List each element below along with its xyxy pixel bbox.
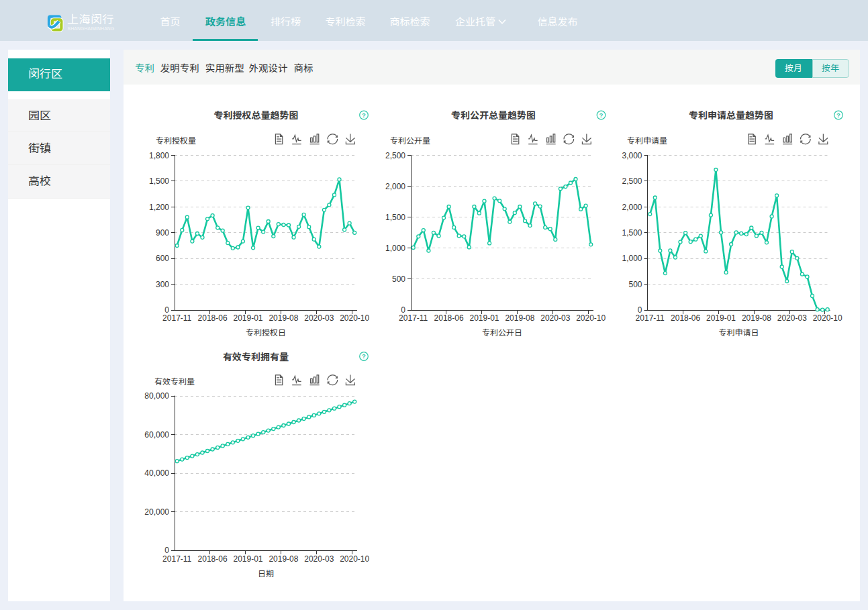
svg-text:600: 600 — [156, 254, 169, 263]
svg-text:500: 500 — [628, 280, 642, 289]
svg-text:2017-11: 2017-11 — [162, 313, 191, 323]
svg-text:2020-10: 2020-10 — [340, 554, 369, 564]
svg-text:500: 500 — [392, 274, 405, 284]
svg-text:2,000: 2,000 — [622, 203, 642, 212]
svg-text:2,500: 2,500 — [622, 176, 642, 186]
svg-text:2019-01: 2019-01 — [233, 554, 262, 564]
svg-text:2019-01: 2019-01 — [706, 313, 736, 323]
svg-text:2018-06: 2018-06 — [198, 313, 228, 323]
svg-text:专利申请总量趋势图: 专利申请总量趋势图 — [689, 110, 773, 121]
svg-text:2020-03: 2020-03 — [540, 313, 570, 323]
svg-text:2017-11: 2017-11 — [399, 313, 428, 323]
svg-text:专利授权总量趋势图: 专利授权总量趋势图 — [214, 110, 299, 121]
svg-text:2018-06: 2018-06 — [671, 313, 700, 323]
svg-text:有效专利量: 有效专利量 — [154, 377, 195, 387]
svg-text:1,000: 1,000 — [622, 254, 642, 263]
svg-text:2019-01: 2019-01 — [469, 313, 499, 323]
svg-text:专利公开日: 专利公开日 — [482, 328, 522, 338]
svg-text:日期: 日期 — [258, 569, 274, 578]
svg-text:2020-03: 2020-03 — [304, 554, 334, 564]
svg-text:2,500: 2,500 — [385, 151, 405, 160]
svg-text:专利授权日: 专利授权日 — [246, 328, 286, 338]
svg-text:2020-10: 2020-10 — [340, 313, 369, 323]
svg-text:2017-11: 2017-11 — [162, 554, 191, 564]
svg-text:专利公开总量趋势图: 专利公开总量趋势图 — [451, 110, 536, 121]
svg-text:40,000: 40,000 — [144, 468, 169, 478]
svg-text:2019-01: 2019-01 — [233, 313, 262, 323]
svg-text:?: ? — [362, 111, 366, 119]
svg-text:2017-11: 2017-11 — [636, 313, 665, 323]
svg-text:2020-03: 2020-03 — [304, 313, 334, 323]
svg-text:?: ? — [599, 111, 604, 119]
svg-text:2020-10: 2020-10 — [576, 313, 606, 323]
svg-text:专利公开量: 专利公开量 — [390, 136, 430, 146]
svg-text:2019-08: 2019-08 — [269, 554, 298, 564]
svg-text:2019-08: 2019-08 — [742, 313, 771, 323]
svg-text:1,500: 1,500 — [149, 176, 169, 186]
svg-text:2018-06: 2018-06 — [198, 554, 228, 564]
svg-text:900: 900 — [156, 228, 169, 238]
svg-text:2019-08: 2019-08 — [505, 313, 534, 323]
svg-text:80,000: 80,000 — [144, 391, 169, 401]
svg-text:1,500: 1,500 — [622, 228, 642, 238]
svg-text:1,500: 1,500 — [385, 213, 405, 222]
svg-text:1,000: 1,000 — [385, 244, 405, 253]
svg-text:300: 300 — [156, 280, 169, 289]
svg-text:有效专利拥有量: 有效专利拥有量 — [223, 352, 289, 362]
svg-text:?: ? — [362, 352, 366, 360]
svg-text:1,200: 1,200 — [149, 203, 169, 212]
svg-text:2018-06: 2018-06 — [434, 313, 464, 323]
svg-text:专利申请量: 专利申请量 — [627, 136, 667, 146]
svg-text:60,000: 60,000 — [144, 430, 169, 440]
svg-text:20,000: 20,000 — [144, 507, 169, 517]
svg-text:3,000: 3,000 — [622, 151, 642, 160]
svg-text:2019-08: 2019-08 — [269, 313, 298, 323]
svg-text:?: ? — [836, 111, 840, 119]
svg-text:2020-10: 2020-10 — [813, 313, 842, 323]
svg-text:专利申请日: 专利申请日 — [718, 328, 759, 338]
svg-text:2020-03: 2020-03 — [777, 313, 807, 323]
svg-text:1,800: 1,800 — [149, 151, 169, 160]
svg-text:专利授权量: 专利授权量 — [156, 136, 196, 146]
svg-text:2,000: 2,000 — [385, 182, 405, 191]
